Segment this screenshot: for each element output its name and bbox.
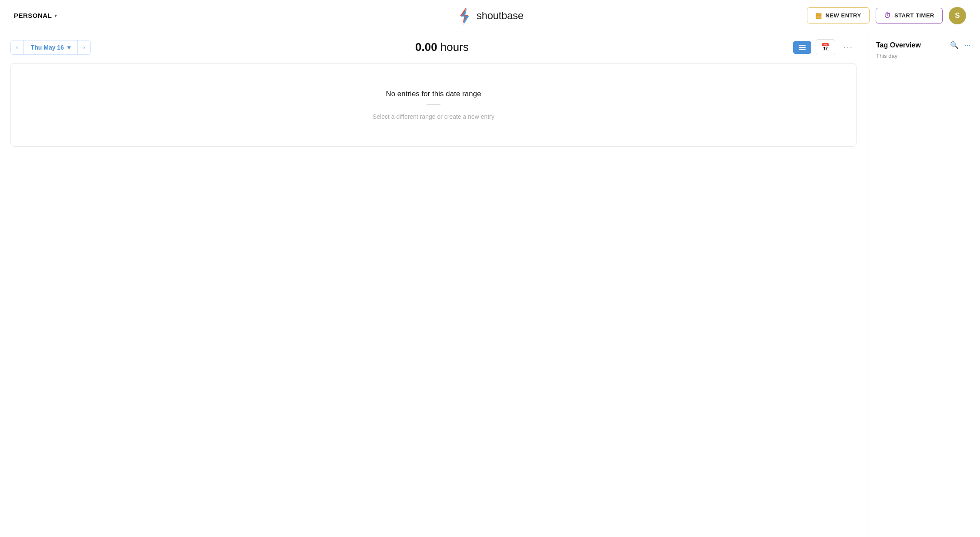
- hours-unit: hours: [440, 40, 469, 54]
- hours-value: 0.00: [415, 40, 437, 54]
- hours-display: 0.00 hours: [91, 40, 793, 54]
- panel-more-button[interactable]: ···: [964, 40, 971, 50]
- new-entry-icon: ▤: [815, 11, 822, 20]
- timer-icon: ⏱: [884, 12, 891, 20]
- list-view-button[interactable]: [793, 41, 811, 54]
- empty-state-divider: [427, 104, 440, 105]
- list-lines-icon: [799, 45, 806, 50]
- ellipsis-icon: ···: [843, 42, 853, 52]
- avatar[interactable]: S: [949, 7, 966, 24]
- empty-state-title: No entries for this date range: [21, 90, 846, 98]
- workspace-label: PERSONAL: [14, 12, 52, 19]
- new-entry-label: NEW ENTRY: [826, 12, 861, 19]
- logo-area: shoutbase: [457, 7, 523, 25]
- workspace-chevron-icon: ▾: [54, 13, 57, 19]
- topnav-right: ▤ NEW ENTRY ⏱ START TIMER S: [807, 7, 966, 24]
- search-icon: 🔍: [950, 41, 959, 49]
- start-timer-label: START TIMER: [894, 12, 934, 19]
- date-chevron-icon: ▾: [67, 44, 70, 51]
- panel-header: Tag Overview 🔍 ···: [876, 40, 971, 50]
- new-entry-button[interactable]: ▤ NEW ENTRY: [807, 7, 870, 23]
- panel-subtitle: This day: [876, 53, 971, 59]
- calendar-icon: 📅: [821, 43, 830, 52]
- panel-actions: 🔍 ···: [949, 40, 971, 50]
- main-container: ‹ Thu May 16 ▾ › 0.00 hours: [0, 31, 980, 537]
- date-nav: ‹ Thu May 16 ▾ ›: [10, 40, 91, 55]
- workspace-selector[interactable]: PERSONAL ▾: [14, 12, 57, 19]
- topnav: PERSONAL ▾ shoutbase ▤ NEW ENTRY ⏱ START…: [0, 0, 980, 31]
- date-label: Thu May 16: [31, 44, 64, 51]
- panel-ellipsis-icon: ···: [965, 41, 970, 49]
- avatar-initial: S: [955, 11, 960, 20]
- calendar-view-button[interactable]: 📅: [816, 39, 835, 55]
- logo-icon: [457, 7, 472, 25]
- panel-search-button[interactable]: 🔍: [949, 40, 960, 50]
- empty-state-card: No entries for this date range Select a …: [10, 63, 857, 147]
- empty-state-subtitle: Select a different range or create a new…: [21, 113, 846, 120]
- prev-date-button[interactable]: ‹: [11, 40, 23, 54]
- content-area: ‹ Thu May 16 ▾ › 0.00 hours: [0, 31, 867, 537]
- logo-text: shoutbase: [477, 10, 523, 22]
- date-bar: ‹ Thu May 16 ▾ › 0.00 hours: [10, 39, 857, 55]
- date-label-button[interactable]: Thu May 16 ▾: [23, 40, 78, 54]
- panel-title: Tag Overview: [876, 41, 921, 49]
- more-options-button[interactable]: ···: [840, 40, 857, 55]
- right-panel: Tag Overview 🔍 ··· This day: [867, 31, 980, 537]
- view-controls: 📅 ···: [793, 39, 857, 55]
- start-timer-button[interactable]: ⏱ START TIMER: [876, 8, 943, 23]
- prev-arrow-icon: ‹: [16, 44, 18, 51]
- next-date-button[interactable]: ›: [78, 40, 90, 54]
- next-arrow-icon: ›: [83, 44, 85, 51]
